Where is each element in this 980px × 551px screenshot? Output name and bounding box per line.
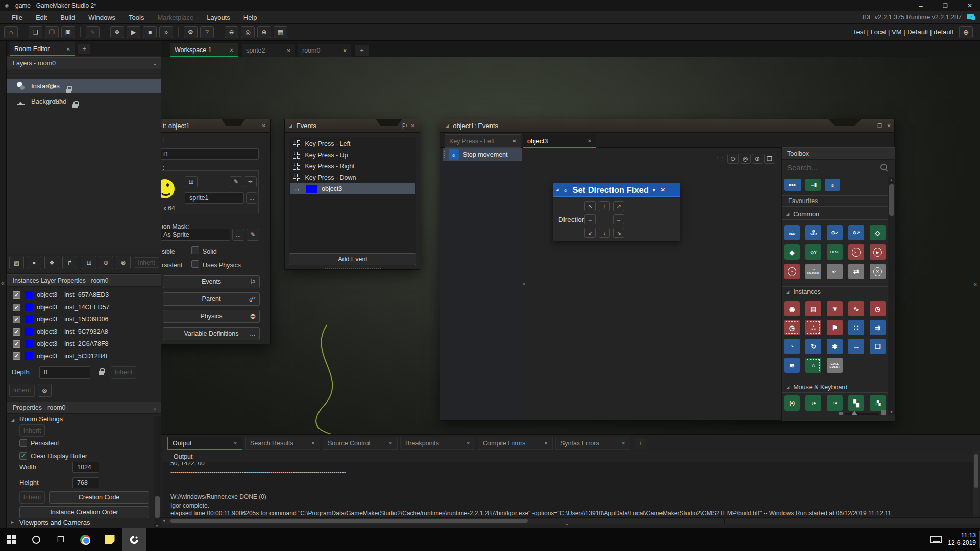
- new-output-tab-button[interactable]: +: [634, 438, 646, 449]
- sprite-name-field[interactable]: sprite1: [185, 192, 244, 204]
- else-icon[interactable]: ELSE: [827, 244, 843, 260]
- visibility-icon[interactable]: [47, 83, 55, 89]
- move-direction-icon[interactable]: ⇉: [870, 320, 886, 335]
- dir-up-button[interactable]: ↑: [599, 201, 610, 211]
- new-workspace-tab-button[interactable]: +: [355, 45, 369, 56]
- properties-header[interactable]: Properties - room0 ⌄: [7, 402, 161, 414]
- mask-edit-icon[interactable]: ✎: [247, 229, 259, 241]
- visibility-icon[interactable]: [54, 98, 62, 104]
- instance-checkbox[interactable]: ✓: [13, 304, 20, 311]
- touch-keyboard-button[interactable]: [926, 528, 946, 551]
- close-icon[interactable]: ✕: [411, 123, 415, 129]
- variable-definitions-button[interactable]: Variable Definitions …: [163, 327, 260, 340]
- mouse-position-icon[interactable]: (●): [784, 395, 800, 411]
- start-button[interactable]: [0, 528, 23, 551]
- tbx-move-to-point-icon[interactable]: →▮: [805, 179, 821, 191]
- width-field[interactable]: 1024: [72, 462, 99, 473]
- home-icon[interactable]: ⌂: [4, 26, 18, 38]
- collapse-right-icon[interactable]: «: [973, 281, 977, 288]
- open-project-icon[interactable]: ❐: [45, 26, 59, 38]
- close-icon[interactable]: ✕: [233, 441, 237, 446]
- physics-button[interactable]: Physics ❂: [163, 310, 260, 323]
- add-instance-layer-icon[interactable]: ●: [27, 256, 41, 269]
- dir-right-button[interactable]: →: [613, 214, 624, 224]
- set-layer-icon[interactable]: ❏: [870, 339, 886, 354]
- parent-button[interactable]: Parent ☍: [163, 292, 260, 306]
- zoom-in-icon[interactable]: ⊕: [257, 26, 271, 38]
- save-project-icon[interactable]: ▣: [61, 26, 75, 38]
- scrollbar-thumb[interactable]: [170, 519, 528, 523]
- build-target-label[interactable]: Test | Local | VM | Default | default: [853, 28, 953, 36]
- maximize-button[interactable]: ❐: [938, 0, 952, 11]
- close-icon[interactable]: ✕: [287, 48, 291, 54]
- instance-checkbox[interactable]: ✓: [13, 352, 20, 360]
- add-event-button[interactable]: Add Event: [289, 253, 416, 265]
- close-icon[interactable]: ✕: [544, 441, 548, 446]
- call-event-icon[interactable]: CALL EVENT: [827, 358, 843, 373]
- dropdown-icon[interactable]: ▾: [653, 187, 655, 193]
- comment-icon[interactable]: ●>_: [827, 264, 843, 279]
- scroll-down-icon[interactable]: ▼: [890, 410, 893, 414]
- close-icon[interactable]: ✕: [466, 441, 470, 446]
- tab-breakpoints[interactable]: Breakpoints ✕: [400, 437, 475, 450]
- assign-variable-icon[interactable]: ↓ VAR: [784, 225, 800, 240]
- mouse-keyboard-section-header[interactable]: ◢ Mouse & Keyboard: [782, 382, 888, 393]
- return-icon[interactable]: ↩ RETURN: [805, 264, 821, 279]
- instance-checkbox[interactable]: ✓: [13, 291, 20, 299]
- declare-temp-variable-icon[interactable]: ◷ VAR: [805, 225, 821, 240]
- layer-row-instances[interactable]: Instances: [7, 79, 161, 93]
- collapse-left-icon[interactable]: «: [1, 280, 5, 287]
- layers-header[interactable]: Layers - room0 ⌄: [7, 57, 161, 69]
- target-icon[interactable]: ⊕: [959, 26, 973, 38]
- close-icon[interactable]: ✕: [311, 441, 315, 446]
- tab-key-press-left[interactable]: Key Press - Left ✕: [445, 134, 521, 148]
- exit-event-icon[interactable]: ⇄: [848, 264, 864, 279]
- close-button[interactable]: ✕: [963, 0, 977, 11]
- resize-handle[interactable]: [325, 268, 381, 269]
- output-log[interactable]: 50, 1422, 00 ---------------------------…: [162, 462, 973, 516]
- mouse-button-released-icon[interactable]: ↑●: [827, 395, 843, 411]
- scrollbar-thumb[interactable]: [155, 496, 160, 518]
- menu-edit[interactable]: Edit: [29, 14, 54, 21]
- zoom-actual-icon[interactable]: ◎: [241, 26, 255, 38]
- tab-compile-errors[interactable]: Compile Errors ✕: [478, 437, 553, 450]
- instance-row[interactable]: ✓ object3 inst_15D39D06: [7, 313, 161, 325]
- tab-room0[interactable]: room0 ✕: [298, 44, 351, 57]
- dir-down-right-button[interactable]: ↘: [613, 228, 624, 238]
- debug-icon[interactable]: ❖: [110, 26, 124, 38]
- set-global-variable-icon[interactable]: ⊙↗: [848, 225, 864, 240]
- event-row-key-up[interactable]: ↓ Key Press - Up: [290, 149, 415, 161]
- tab-output[interactable]: Output ✕: [167, 437, 242, 450]
- tab-workspace-1[interactable]: Workspace 1 ✕: [170, 43, 238, 57]
- viewports-label[interactable]: Viewports and Cameras: [19, 519, 90, 527]
- close-icon[interactable]: ✕: [512, 138, 517, 144]
- key-press-icon[interactable]: ↓▚: [870, 395, 886, 411]
- rotate-sprite-icon[interactable]: ↻: [805, 339, 821, 354]
- keyboard-check-icon[interactable]: ▚: [848, 395, 864, 411]
- uses-physics-checkbox[interactable]: [191, 260, 199, 268]
- delete-layer-icon[interactable]: ⊗: [116, 256, 131, 269]
- run-icon[interactable]: ▶: [127, 26, 140, 38]
- event-row-key-left[interactable]: ↓ Key Press - Left: [290, 138, 415, 149]
- tile-size-slider[interactable]: [845, 413, 879, 415]
- object-editor-titlebar[interactable]: t: object1 ✕: [155, 119, 270, 133]
- event-row-key-down[interactable]: ↓ Key Press - Down: [290, 172, 415, 183]
- zoom-actual-icon[interactable]: ◎: [740, 154, 751, 164]
- help-icon[interactable]: ?: [200, 26, 214, 38]
- tab-sprite2[interactable]: sprite2 ✕: [242, 44, 295, 57]
- windows-layout-icon[interactable]: ▦: [274, 26, 287, 38]
- close-icon[interactable]: ✕: [66, 46, 70, 52]
- restore-icon[interactable]: ❐: [877, 123, 882, 129]
- clear-display-buffer-checkbox[interactable]: ✓: [19, 452, 27, 460]
- close-icon[interactable]: ✕: [230, 47, 234, 53]
- dir-up-left-button[interactable]: ↖: [584, 201, 596, 211]
- menu-build[interactable]: Build: [54, 14, 82, 21]
- add-tile-layer-icon[interactable]: ❖: [44, 256, 59, 269]
- close-icon[interactable]: ✕: [343, 48, 347, 54]
- clear-inherit-icon[interactable]: ⊗: [38, 384, 52, 397]
- task-view-button[interactable]: ❐: [49, 528, 72, 551]
- if-value-icon[interactable]: ◇?: [805, 244, 821, 260]
- creation-code-button[interactable]: Creation Code: [49, 491, 149, 504]
- lock-icon[interactable]: [72, 101, 79, 109]
- set-direction-header[interactable]: ◢ Set Direction Fixed ▾ ✕: [553, 183, 680, 197]
